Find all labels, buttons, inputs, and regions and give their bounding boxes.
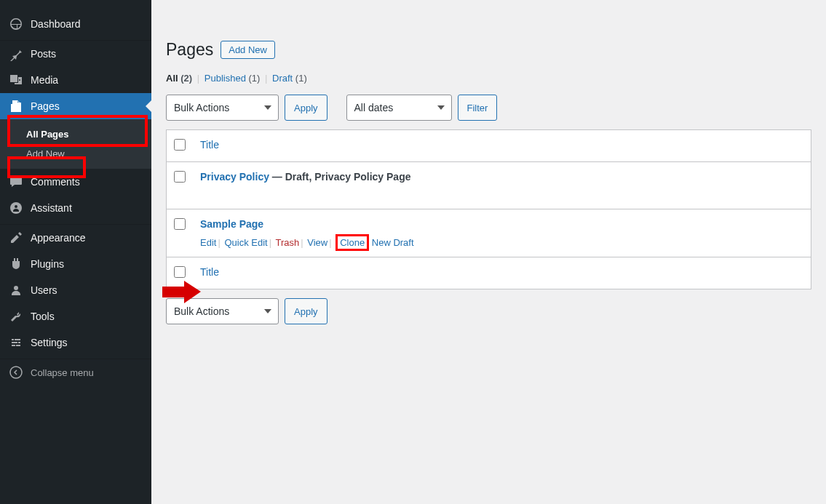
apply-button-bottom[interactable]: Apply: [285, 298, 327, 324]
pages-table: Title Privacy Policy — Draft, Privacy Po…: [166, 129, 811, 289]
sidebar-label: Dashboard: [31, 17, 81, 31]
sidebar-item-comments[interactable]: Comments: [0, 169, 151, 195]
sidebar-item-settings[interactable]: Settings: [0, 329, 151, 356]
sidebar-item-plugins[interactable]: Plugins: [0, 251, 151, 277]
main-content: Pages Add New All (2) | Published (1) | …: [151, 0, 826, 504]
sidebar-label: Appearance: [31, 231, 86, 244]
add-new-button[interactable]: Add New: [221, 41, 275, 59]
action-edit[interactable]: Edit: [200, 237, 216, 248]
submenu-pages: All Pages Add New: [0, 119, 151, 169]
sidebar-item-tools[interactable]: Tools: [0, 303, 151, 329]
collapse-menu[interactable]: Collapse menu: [0, 359, 151, 385]
submenu-add-new[interactable]: Add New: [0, 144, 151, 164]
bulk-actions-select-bottom[interactable]: Bulk Actions: [166, 298, 279, 324]
tools-icon: [9, 309, 23, 324]
collapse-label: Collapse menu: [31, 367, 94, 378]
collapse-icon: [9, 365, 23, 380]
sidebar-label: Plugins: [31, 257, 64, 271]
pin-icon: [9, 47, 23, 61]
sidebar-label: Pages: [31, 100, 60, 113]
appearance-icon: [9, 231, 23, 245]
settings-icon: [9, 335, 23, 350]
sidebar-item-posts[interactable]: Posts: [0, 41, 151, 67]
row-actions: Edit| Quick Edit| Trash| View| Clone New…: [200, 237, 803, 248]
select-all-checkbox[interactable]: [174, 139, 186, 151]
sidebar-label: Comments: [31, 175, 80, 188]
sidebar-item-media[interactable]: Media: [0, 67, 151, 93]
row-checkbox[interactable]: [174, 218, 186, 230]
title-column-header-footer[interactable]: Title: [200, 266, 219, 278]
admin-sidebar: Dashboard Posts Media Pages All Pages Ad…: [0, 0, 151, 504]
apply-button[interactable]: Apply: [285, 95, 327, 121]
title-column-header[interactable]: Title: [200, 139, 219, 151]
sidebar-item-appearance[interactable]: Appearance: [0, 225, 151, 251]
post-state: — Draft, Privacy Policy Page: [269, 171, 411, 183]
dashboard-icon: [9, 17, 23, 31]
sidebar-item-dashboard[interactable]: Dashboard: [0, 11, 151, 37]
filter-all[interactable]: All (2): [166, 73, 192, 84]
sidebar-label: Users: [31, 284, 57, 297]
submenu-all-pages[interactable]: All Pages: [0, 124, 151, 144]
svg-point-1: [10, 367, 22, 378]
users-icon: [9, 283, 23, 297]
media-icon: [9, 73, 23, 87]
assistant-icon: [9, 201, 23, 215]
row-title-link[interactable]: Sample Page: [200, 218, 263, 230]
select-all-checkbox-footer[interactable]: [174, 266, 186, 278]
row-checkbox[interactable]: [174, 171, 186, 183]
comments-icon: [9, 175, 23, 189]
sidebar-label: Settings: [31, 336, 68, 349]
action-view[interactable]: View: [307, 237, 327, 248]
sidebar-label: Assistant: [31, 201, 72, 215]
sidebar-label: Media: [31, 73, 58, 87]
sidebar-label: Tools: [31, 310, 55, 323]
page-title: Pages: [166, 40, 213, 60]
action-trash[interactable]: Trash: [275, 237, 299, 248]
sidebar-item-pages[interactable]: Pages: [0, 93, 151, 119]
pages-icon: [9, 99, 23, 113]
table-row: Privacy Policy — Draft, Privacy Policy P…: [167, 162, 811, 209]
filter-published[interactable]: Published (1): [204, 73, 261, 84]
action-clone[interactable]: Clone: [340, 237, 365, 248]
action-new-draft[interactable]: New Draft: [372, 237, 414, 248]
plugins-icon: [9, 257, 23, 271]
filter-draft[interactable]: Draft (1): [272, 73, 307, 84]
sidebar-item-users[interactable]: Users: [0, 277, 151, 303]
dates-select[interactable]: All dates: [346, 95, 452, 121]
status-filters: All (2) | Published (1) | Draft (1): [166, 73, 811, 84]
row-title-link[interactable]: Privacy Policy: [200, 171, 269, 183]
table-row: Sample Page Edit| Quick Edit| Trash| Vie…: [167, 209, 811, 257]
sidebar-item-assistant[interactable]: Assistant: [0, 195, 151, 221]
filter-button[interactable]: Filter: [458, 95, 498, 121]
bulk-actions-select[interactable]: Bulk Actions: [166, 95, 279, 121]
sidebar-label: Posts: [31, 47, 56, 60]
action-quick-edit[interactable]: Quick Edit: [224, 237, 267, 248]
